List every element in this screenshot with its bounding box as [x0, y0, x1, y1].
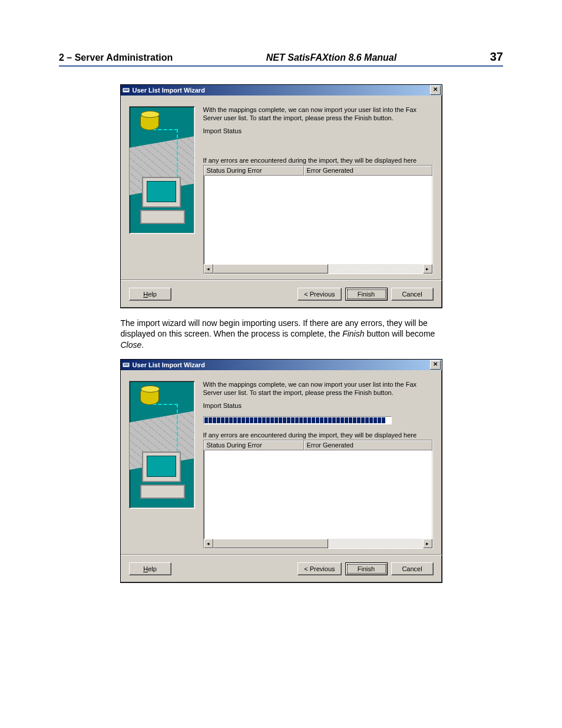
- column-status[interactable]: Status During Error: [204, 440, 304, 450]
- scroll-thumb[interactable]: [213, 539, 329, 548]
- previous-button[interactable]: < Previous: [297, 562, 341, 575]
- import-wizard-dialog-progress: User List Import Wizard ✕ With the mappi…: [120, 359, 442, 583]
- scroll-left-button[interactable]: ◂: [204, 539, 213, 548]
- help-button[interactable]: Help: [129, 562, 171, 575]
- app-icon: [122, 86, 130, 94]
- error-listview[interactable]: Status During Error Error Generated ◂ ▸: [203, 165, 433, 274]
- header-title: NET SatisFAXtion 8.6 Manual: [266, 52, 396, 63]
- instruction-text: With the mappings complete, we can now i…: [203, 106, 434, 123]
- column-error[interactable]: Error Generated: [304, 166, 432, 176]
- column-error[interactable]: Error Generated: [304, 440, 432, 450]
- cancel-button[interactable]: Cancel: [391, 288, 434, 301]
- svg-rect-2: [124, 90, 128, 91]
- import-wizard-dialog: User List Import Wizard ✕ With the mappi…: [120, 84, 442, 308]
- error-note-label: If any errors are encountered during the…: [203, 157, 434, 164]
- finish-button[interactable]: Finish: [345, 562, 388, 575]
- app-icon: [122, 361, 130, 369]
- previous-button[interactable]: < Previous: [297, 288, 341, 301]
- scroll-left-button[interactable]: ◂: [204, 264, 213, 274]
- horizontal-scrollbar[interactable]: ◂ ▸: [204, 264, 432, 274]
- body-paragraph: The import wizard will now begin importi…: [121, 318, 442, 351]
- help-button[interactable]: Help: [129, 288, 171, 301]
- svg-rect-1: [124, 89, 128, 90]
- wizard-illustration: [129, 106, 195, 234]
- titlebar-text: User List Import Wizard: [133, 361, 430, 368]
- horizontal-scrollbar[interactable]: ◂ ▸: [204, 539, 432, 548]
- wizard-illustration: [129, 381, 195, 509]
- column-status[interactable]: Status During Error: [204, 166, 304, 176]
- titlebar-text: User List Import Wizard: [133, 87, 430, 94]
- page-header: 2 – Server Administration NET SatisFAXti…: [59, 50, 503, 67]
- cancel-button[interactable]: Cancel: [391, 562, 434, 575]
- header-section: 2 – Server Administration: [59, 52, 173, 63]
- error-listview[interactable]: Status During Error Error Generated ◂ ▸: [203, 440, 433, 549]
- instruction-text: With the mappings complete, we can now i…: [203, 381, 434, 397]
- error-note-label: If any errors are encountered during the…: [203, 431, 434, 439]
- svg-rect-5: [124, 365, 128, 365]
- svg-rect-4: [124, 364, 128, 364]
- progress-bar: [203, 416, 392, 424]
- close-button[interactable]: ✕: [430, 85, 441, 95]
- scroll-right-button[interactable]: ▸: [423, 539, 432, 548]
- import-status-label: Import Status: [203, 127, 434, 134]
- scroll-thumb[interactable]: [213, 264, 329, 274]
- listview-body: [204, 176, 432, 264]
- titlebar: User List Import Wizard ✕: [121, 360, 442, 370]
- import-status-label: Import Status: [203, 402, 434, 409]
- titlebar: User List Import Wizard ✕: [121, 85, 442, 95]
- header-page-number: 37: [490, 50, 503, 64]
- finish-button[interactable]: Finish: [345, 288, 388, 301]
- scroll-right-button[interactable]: ▸: [423, 264, 432, 274]
- close-button[interactable]: ✕: [430, 360, 441, 370]
- listview-body: [204, 450, 432, 539]
